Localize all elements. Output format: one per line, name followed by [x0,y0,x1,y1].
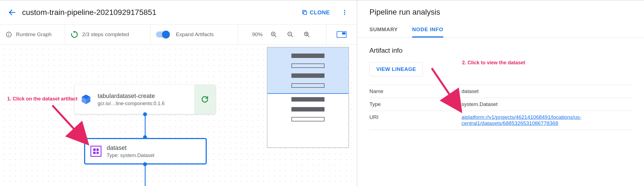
svg-line-17 [52,105,84,140]
back-button[interactable] [6,6,19,19]
svg-line-9 [275,35,276,37]
pipeline-edge [145,114,146,138]
minimap-toggle-button[interactable] [337,31,347,38]
svg-line-18 [432,68,458,107]
copy-icon [302,9,308,15]
pipeline-artifact-node[interactable]: dataset Type: system.Dataset [84,138,207,164]
arrow-left-icon [8,8,16,17]
task-node-title: tabulardataset-create [98,92,194,100]
panel-title: Pipeline run analysis [369,8,632,17]
svg-point-15 [304,32,308,36]
annotation-arrow-icon [47,100,96,150]
svg-line-13 [291,35,293,37]
svg-line-16 [308,35,309,37]
uri-link[interactable]: aiplatform://v1/projects/462141068491/lo… [461,114,581,126]
info-row-uri: URI aiplatform://v1/projects/46214106849… [369,111,632,130]
svg-point-7 [9,33,9,33]
edge-port [143,112,147,116]
expand-artifacts-toggle[interactable] [156,31,169,38]
refresh-icon [201,95,209,103]
annotation-text: 2. Click to view the dataset [462,60,525,66]
info-row-type: Type system.Dataset [369,98,632,111]
zoom-out-button[interactable] [285,29,296,40]
artifact-node-title: dataset [107,144,206,152]
svg-rect-1 [304,11,307,14]
minimap[interactable] [267,47,349,148]
info-icon [6,31,12,38]
clone-button[interactable]: CLONE [298,7,334,18]
zoom-out-icon [287,31,294,38]
runtime-graph-label: Runtime Graph [16,31,52,38]
task-node-status [194,85,216,114]
svg-point-4 [344,14,345,15]
task-node-subtitle: gcr.io/…line-components:0.1.6 [98,101,194,107]
expand-artifacts-label: Expand Artifacts [176,31,214,38]
page-title: custom-train-pipeline-20210929175851 [22,8,298,17]
info-label: URI [369,114,461,126]
section-title: Artifact info [369,47,632,54]
info-row-name: Name dataset [369,85,632,98]
zoom-in-icon [270,31,277,38]
artifact-node-subtitle: Type: system.Dataset [107,153,206,158]
clone-label: CLONE [310,9,330,16]
pipeline-canvas[interactable]: tabulardataset-create gcr.io/…line-compo… [0,45,357,186]
more-menu-button[interactable] [338,6,351,19]
view-lineage-button[interactable]: VIEW LINEAGE [369,62,423,76]
progress-icon [71,31,78,38]
zoom-value: 90% [252,31,262,38]
tab-summary[interactable]: SUMMARY [369,23,398,38]
steps-completed-label: 2/3 steps completed [82,31,129,38]
edge-port [143,162,147,166]
svg-point-3 [344,12,345,13]
edge-port [143,135,147,139]
pipeline-edge [145,164,146,186]
zoom-reset-button[interactable] [301,29,312,40]
more-vert-icon [341,9,348,16]
zoom-reset-icon [304,31,310,38]
tab-node-info[interactable]: NODE INFO [412,23,443,38]
svg-point-2 [344,10,345,11]
zoom-in-button[interactable] [268,29,279,40]
annotation-arrow-icon [429,65,495,115]
